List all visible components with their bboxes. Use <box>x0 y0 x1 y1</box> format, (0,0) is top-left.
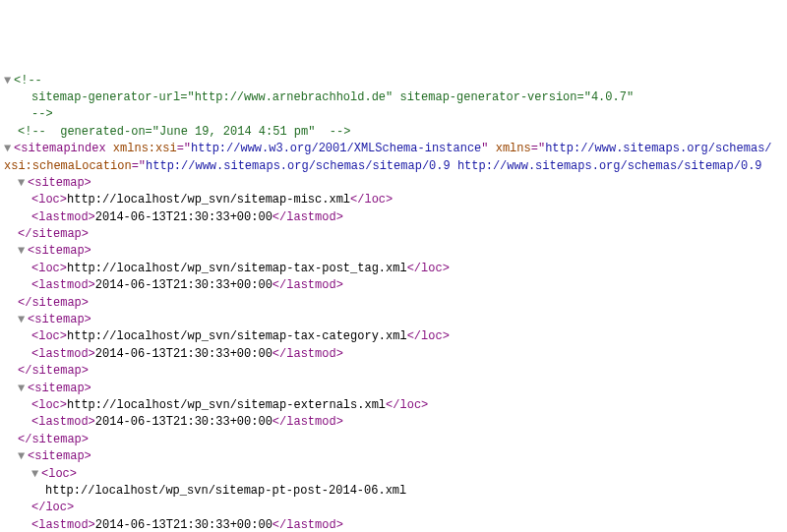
xml-tag-sitemap-open: <sitemap> <box>28 313 91 326</box>
xml-lastmod-value: 2014-06-13T21:30:33+00:00 <box>95 347 272 361</box>
xml-tag-sitemap-open: <sitemap> <box>28 244 91 258</box>
xml-tag-lastmod-open: <lastmod> <box>31 347 95 361</box>
xml-tag-lastmod-close: </lastmod> <box>272 278 343 292</box>
toggle-icon[interactable]: ▼ <box>18 381 28 397</box>
xml-loc-value: http://localhost/wp_svn/sitemap-pt-post-… <box>45 484 406 498</box>
xml-lastmod-value: 2014-06-13T21:30:33+00:00 <box>95 415 272 429</box>
xml-tag-loc-close: </loc> <box>31 501 74 514</box>
xml-tag-sitemap-open: <sitemap> <box>28 449 91 463</box>
xml-tag-sitemap-close: </sitemap> <box>18 433 89 446</box>
xml-loc-value: http://localhost/wp_svn/sitemap-external… <box>67 398 386 412</box>
toggle-icon[interactable]: ▼ <box>18 243 28 260</box>
xml-tag-loc-open: <loc> <box>31 193 67 207</box>
xml-attr-value: http://www.sitemaps.org/schemas/sitemap/… <box>146 159 762 173</box>
xml-attr-value: http://www.w3.org/2001/XMLSchema-instanc… <box>191 142 481 155</box>
xml-lastmod-value: 2014-06-13T21:30:33+00:00 <box>95 278 272 292</box>
xml-tag-loc-close: </loc> <box>407 262 450 275</box>
xml-tag-sitemap-open: <sitemap> <box>28 176 91 190</box>
xml-tag-lastmod-close: </lastmod> <box>272 210 343 224</box>
toggle-icon[interactable]: ▼ <box>18 312 28 328</box>
xml-attr-name: xsi:schemaLocation <box>4 159 132 173</box>
xml-tag-loc-open: <loc> <box>41 467 77 481</box>
xml-loc-value: http://localhost/wp_svn/sitemap-tax-cate… <box>67 329 407 343</box>
xml-lastmod-value: 2014-06-13T21:30:33+00:00 <box>95 210 272 224</box>
xml-tag-lastmod-close: </lastmod> <box>272 518 343 532</box>
xml-tag-lastmod-open: <lastmod> <box>31 210 95 224</box>
xml-tag-sitemap-close: </sitemap> <box>18 296 89 310</box>
xml-tag-lastmod-open: <lastmod> <box>31 518 95 532</box>
xml-tag-loc-close: </loc> <box>386 398 428 412</box>
xml-tag-loc-open: <loc> <box>31 329 67 343</box>
xml-loc-value: http://localhost/wp_svn/sitemap-tax-post… <box>67 262 407 275</box>
xml-tag-sitemap-open: <sitemap> <box>28 382 91 395</box>
xml-tag-lastmod-close: </lastmod> <box>272 347 343 361</box>
xml-tag-sitemap-close: </sitemap> <box>18 227 89 241</box>
xml-tag: <sitemapindex <box>14 142 113 155</box>
xml-comment-body: sitemap-generator-url="http://www.arnebr… <box>31 90 634 104</box>
xml-comment: <!-- generated-on="June 19, 2014 4:51 pm… <box>18 125 350 139</box>
toggle-icon[interactable]: ▼ <box>4 141 14 157</box>
xml-tag-loc-open: <loc> <box>31 398 67 412</box>
xml-tag-lastmod-close: </lastmod> <box>272 415 343 429</box>
xml-tag-loc-open: <loc> <box>31 262 67 275</box>
xml-attr-name: xmlns <box>496 142 531 155</box>
toggle-icon[interactable]: ▼ <box>31 466 41 483</box>
xml-tag-loc-close: </loc> <box>407 329 450 343</box>
xml-comment-close: --> <box>31 107 53 121</box>
xml-loc-value: http://localhost/wp_svn/sitemap-misc.xml <box>67 193 350 207</box>
xml-source-view: ▼<!--sitemap-generator-url="http://www.a… <box>4 73 787 532</box>
xml-lastmod-value: 2014-06-13T21:30:33+00:00 <box>95 518 272 532</box>
toggle-icon[interactable]: ▼ <box>4 73 14 89</box>
xml-tag-sitemap-close: </sitemap> <box>18 364 89 378</box>
toggle-icon[interactable]: ▼ <box>18 175 28 192</box>
xml-tag-loc-close: </loc> <box>350 193 393 207</box>
xml-attr-value: http://www.sitemaps.org/schemas/ <box>545 142 771 155</box>
xml-tag-lastmod-open: <lastmod> <box>31 415 95 429</box>
toggle-icon[interactable]: ▼ <box>18 448 28 465</box>
xml-comment: <!-- <box>14 74 42 88</box>
xml-tag-lastmod-open: <lastmod> <box>31 278 95 292</box>
xml-attr-name: xmlns:xsi <box>113 142 177 155</box>
